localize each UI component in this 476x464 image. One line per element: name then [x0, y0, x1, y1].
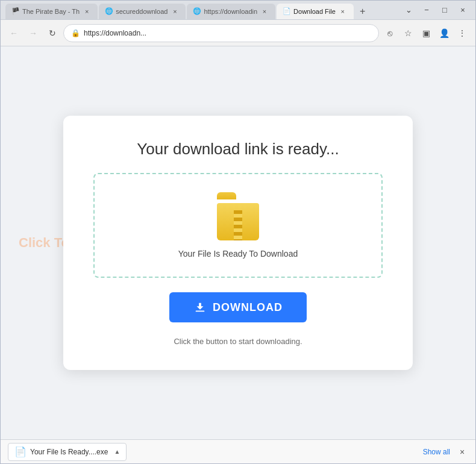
- minimize-button[interactable]: −: [419, 2, 434, 18]
- tab-close-download[interactable]: ×: [338, 7, 348, 16]
- toolbar-right: ⎋ ☆ ▣ 👤 ⋮: [381, 25, 471, 42]
- zip-stripe: [234, 210, 242, 240]
- browser-window: 🏴 The Pirate Bay - Th × 🌐 secureddownloa…: [0, 0, 476, 464]
- forward-button[interactable]: →: [25, 25, 42, 42]
- file-ready-text: Your File Is Ready To Download: [178, 249, 298, 259]
- download-hint: Click the button to start downloading.: [174, 337, 302, 346]
- browser-view-button[interactable]: ▣: [418, 25, 434, 42]
- refresh-button[interactable]: ↻: [44, 25, 61, 42]
- tab-download-file[interactable]: 📄 Download File ×: [277, 4, 354, 19]
- tab-label-piratebay: The Pirate Bay - Th: [22, 8, 80, 15]
- tab-label-https: https://downloadin: [204, 8, 257, 15]
- new-tab-button[interactable]: +: [355, 4, 371, 19]
- zip-file-icon: [217, 192, 259, 240]
- address-bar: ← → ↻ 🔒 https://downloadn... ⎋ ☆ ▣ 👤 ⋮: [1, 20, 475, 46]
- download-card: Your download link is ready... Your File…: [63, 116, 413, 370]
- maximize-button[interactable]: □: [437, 2, 453, 18]
- svg-rect-0: [196, 311, 205, 312]
- bottom-download-bar: 📄 Your File Is Ready....exe ▲ Show all ×: [1, 439, 475, 463]
- profile-button[interactable]: 👤: [436, 25, 453, 42]
- tab-secureddownload[interactable]: 🌐 secureddownload ×: [99, 4, 186, 19]
- download-button[interactable]: DOWNLOAD: [169, 292, 307, 322]
- download-button-label: DOWNLOAD: [213, 301, 283, 314]
- address-input[interactable]: 🔒 https://downloadn...: [63, 24, 379, 42]
- download-item-name: Your File Is Ready....exe: [30, 448, 108, 456]
- share-button[interactable]: ⎋: [381, 25, 398, 42]
- tab-favicon-download: 📄: [283, 7, 291, 16]
- show-all-button[interactable]: Show all: [423, 448, 450, 456]
- tab-favicon-secured: 🌐: [105, 7, 113, 16]
- download-item-icon: 📄: [14, 446, 27, 457]
- tab-https[interactable]: 🌐 https://downloadin ×: [187, 4, 275, 19]
- card-title: Your download link is ready...: [137, 140, 339, 158]
- tab-close-piratebay[interactable]: ×: [82, 7, 92, 16]
- bottom-bar-close-button[interactable]: ×: [456, 446, 468, 458]
- menu-button[interactable]: ⋮: [454, 25, 471, 42]
- tab-label-secured: secureddownload: [116, 8, 168, 15]
- close-button[interactable]: ×: [455, 2, 471, 18]
- lock-icon: 🔒: [71, 29, 80, 37]
- address-text: https://downloadn...: [84, 29, 371, 37]
- window-controls: ⌄ − □ ×: [401, 2, 471, 18]
- bookmark-button[interactable]: ☆: [399, 25, 416, 42]
- tab-strip: 🏴 The Pirate Bay - Th × 🌐 secureddownloa…: [5, 1, 396, 19]
- tab-close-https[interactable]: ×: [260, 7, 269, 16]
- tab-close-secured[interactable]: ×: [170, 7, 180, 16]
- tab-label-download: Download File: [293, 8, 336, 15]
- chevron-down-button[interactable]: ⌄: [401, 2, 416, 18]
- title-bar: 🏴 The Pirate Bay - Th × 🌐 secureddownloa…: [1, 1, 475, 20]
- tab-favicon-https: 🌐: [193, 7, 201, 16]
- folder-body: [217, 203, 259, 240]
- download-item[interactable]: 📄 Your File Is Ready....exe ▲: [8, 443, 127, 461]
- download-icon: [193, 301, 207, 314]
- tab-piratebay[interactable]: 🏴 The Pirate Bay - Th ×: [5, 4, 98, 19]
- back-button[interactable]: ←: [5, 25, 22, 42]
- folder-tab: [217, 192, 236, 199]
- file-preview-box: Your File Is Ready To Download: [93, 173, 383, 278]
- tab-favicon-piratebay: 🏴: [11, 7, 20, 16]
- download-item-caret[interactable]: ▲: [114, 448, 120, 455]
- page-content: PCt psh.com Click To View Your download …: [1, 46, 475, 439]
